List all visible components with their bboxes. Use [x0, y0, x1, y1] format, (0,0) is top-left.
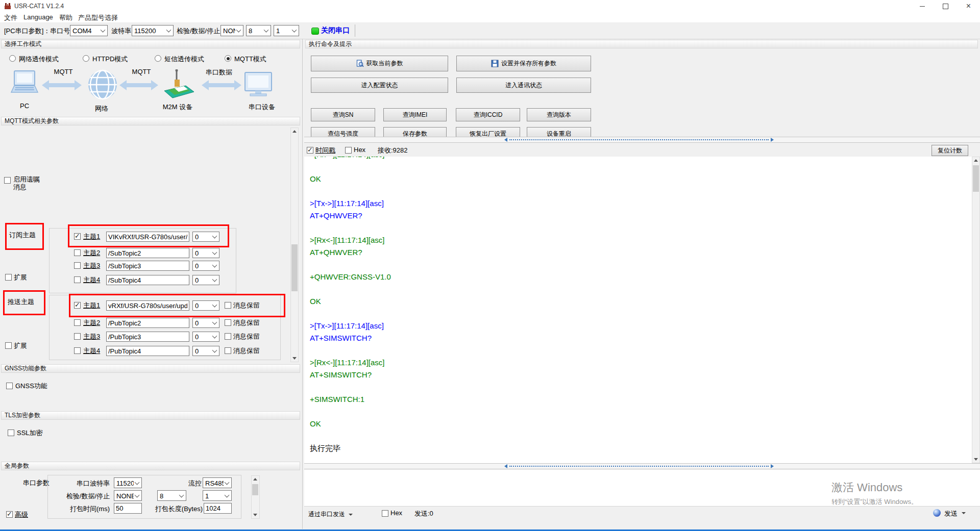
sub-topic1-qos-select[interactable]: 0 [192, 232, 219, 242]
pub-topic3-input[interactable] [106, 332, 189, 342]
menu-file[interactable]: 文件 [4, 13, 17, 22]
close-button[interactable]: × [957, 0, 980, 12]
global-stopbits-select[interactable]: 1 [203, 490, 232, 501]
pub-topic1-qos-select[interactable]: 0 [192, 300, 219, 311]
publish-expand-label: 扩展 [14, 341, 27, 350]
mqtt-panel-scrollbar[interactable] [290, 128, 299, 362]
enter-comm-button[interactable]: 进入通讯状态 [456, 78, 591, 93]
stopbits-select[interactable]: 1 [274, 25, 299, 36]
query-sn-button[interactable]: 查询SN [311, 108, 375, 121]
scroll-down-icon[interactable] [252, 511, 259, 518]
advanced-checkbox[interactable] [6, 511, 13, 518]
scroll-left-icon[interactable] [504, 464, 507, 468]
subscribe-expand-label: 扩展 [14, 273, 27, 282]
global-baud-select[interactable]: 115200 [114, 477, 142, 488]
log-hscrollbar-bottom[interactable] [304, 463, 980, 469]
sub-topic1-checkbox[interactable] [74, 233, 81, 240]
query-iccid-button[interactable]: 查询ICCID [456, 108, 520, 121]
scrollbar-thumb[interactable] [291, 244, 298, 291]
chevron-down-icon [212, 320, 217, 325]
publish-expand-checkbox[interactable] [5, 342, 12, 349]
scrollbar-track[interactable] [509, 466, 769, 467]
maximize-button[interactable] [934, 0, 957, 12]
scroll-left-icon[interactable] [504, 138, 507, 142]
query-version-button[interactable]: 查询版本 [527, 108, 591, 121]
scroll-up-icon[interactable] [291, 128, 298, 136]
rx-hex-checkbox[interactable] [345, 147, 352, 154]
scrollbar-thumb[interactable] [252, 484, 258, 495]
sub-topic1-label: 主题1 [83, 232, 100, 241]
sub-topic1-input[interactable] [106, 232, 189, 242]
scroll-up-icon[interactable] [972, 157, 979, 165]
tx-hex-checkbox[interactable] [382, 510, 388, 517]
pub-topic1-checkbox[interactable] [74, 302, 81, 309]
set-save-params-button[interactable]: 设置并保存所有参数 [456, 56, 591, 71]
radio-httpd[interactable] [83, 55, 89, 62]
subscribe-expand-checkbox[interactable] [5, 274, 12, 281]
sub-topic4-qos-select[interactable]: 0 [192, 275, 219, 285]
pub-topic4-qos-select[interactable]: 0 [192, 346, 219, 356]
radio-sms-passthrough[interactable] [155, 55, 161, 62]
packlen-label: 打包长度(Bytes) [153, 504, 203, 514]
will-message-checkbox[interactable] [4, 177, 11, 184]
menu-help[interactable]: 帮助 [59, 13, 72, 22]
reset-count-button[interactable]: 复位计数 [932, 145, 968, 156]
global-panel-scrollbar[interactable] [251, 475, 260, 519]
pub-topic3-retain-checkbox[interactable] [225, 333, 231, 340]
pub-topic3-qos-select[interactable]: 0 [192, 332, 219, 342]
pub-topic4-input[interactable] [106, 346, 189, 356]
sub-topic2-input[interactable] [106, 248, 189, 258]
databits-select[interactable]: 8 [246, 25, 271, 36]
scroll-right-icon[interactable] [771, 464, 774, 468]
pub-topic4-checkbox[interactable] [74, 347, 81, 354]
sub-topic3-input[interactable] [106, 261, 189, 271]
minimize-button[interactable] [911, 0, 934, 12]
global-parity-select[interactable]: NONE [114, 490, 142, 501]
sub-topic2-checkbox[interactable] [74, 249, 81, 256]
scrollbar-thumb[interactable] [973, 165, 979, 192]
ssl-checkbox[interactable] [8, 429, 14, 436]
close-icon: × [966, 2, 971, 11]
enter-config-button[interactable]: 进入配置状态 [311, 78, 448, 93]
pub-topic2-input[interactable] [106, 318, 189, 328]
parity-select[interactable]: NONI [220, 25, 243, 36]
menu-language[interactable]: Language [23, 13, 53, 21]
pub-topic1-retain-checkbox[interactable] [225, 302, 231, 309]
sub-topic2-qos-select[interactable]: 0 [192, 248, 219, 258]
pub-topic3-checkbox[interactable] [74, 333, 81, 340]
send-via-serial-button[interactable]: 通过串口发送 [308, 510, 353, 519]
serial-log[interactable]: >[Rx<-][11:17:14][asc] OK >[Tx->][11:17:… [304, 157, 972, 463]
global-databits-select[interactable]: 8 [157, 490, 186, 501]
sub-topic4-input[interactable] [106, 275, 189, 285]
sub-topic4-checkbox[interactable] [74, 276, 81, 283]
com-port-select[interactable]: COM4 [70, 25, 108, 36]
timestamp-checkbox[interactable] [307, 147, 313, 154]
pub-topic2-qos-select[interactable]: 0 [192, 318, 219, 328]
pub-topic4-retain-checkbox[interactable] [225, 347, 231, 354]
scroll-down-icon[interactable] [291, 354, 298, 362]
sub-topic3-qos-select[interactable]: 0 [192, 261, 219, 271]
pub-topic2-retain-checkbox[interactable] [225, 319, 231, 326]
get-params-button[interactable]: 获取当前参数 [311, 56, 448, 71]
serial-log-lines: >[Rx<-][11:17:14][asc] OK >[Tx->][11:17:… [304, 157, 972, 454]
scrollbar-track[interactable] [509, 139, 769, 140]
send-button-label: 发送 [944, 509, 958, 518]
packtime-input[interactable] [114, 503, 142, 514]
scroll-up-icon[interactable] [252, 476, 259, 484]
sub-topic3-checkbox[interactable] [74, 262, 81, 269]
log-scrollbar[interactable] [972, 157, 980, 463]
query-imei-button[interactable]: 查询IMEI [383, 108, 447, 121]
baud-select[interactable]: 115200 [132, 25, 174, 36]
windows-activation-watermark-sub: 转到“设置”以激活 Windows。 [831, 497, 918, 507]
pub-topic2-checkbox[interactable] [74, 319, 81, 326]
menu-product-model[interactable]: 产品型号选择 [78, 13, 118, 22]
packlen-input[interactable] [204, 503, 232, 514]
pub-topic1-input[interactable] [106, 300, 189, 311]
scroll-down-icon[interactable] [972, 455, 979, 463]
radio-net-passthrough[interactable] [9, 55, 16, 62]
radio-mqtt[interactable] [225, 55, 231, 62]
scroll-right-icon[interactable] [771, 138, 774, 142]
gnss-checkbox[interactable] [6, 383, 13, 389]
log-hscrollbar-top[interactable] [304, 137, 980, 143]
flow-select[interactable]: RS485 [203, 477, 232, 488]
